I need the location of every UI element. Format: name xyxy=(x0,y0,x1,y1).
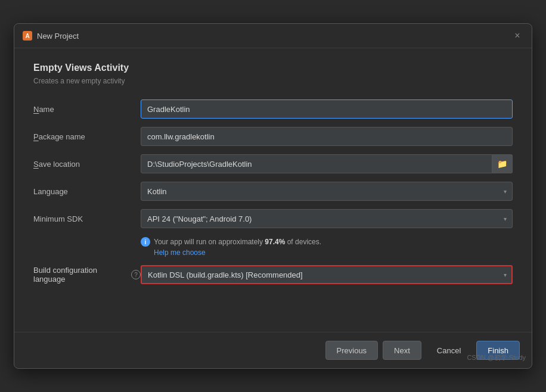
build-config-label: Build configuration language xyxy=(33,266,125,284)
min-sdk-select[interactable]: API 24 ("Nougat"; Android 7.0) API 21 ("… xyxy=(141,209,513,228)
android-logo-icon: A xyxy=(23,31,32,41)
cancel-button[interactable]: Cancel xyxy=(426,341,471,360)
build-config-help-icon[interactable]: ? xyxy=(131,270,141,279)
build-config-label-group: Build configuration language ? xyxy=(33,266,141,284)
dialog-footer: Previous Next Cancel Finish xyxy=(14,332,532,368)
help-me-choose-link[interactable]: Help me choose xyxy=(154,248,321,257)
next-button[interactable]: Next xyxy=(383,341,421,360)
info-icon: i xyxy=(141,237,150,247)
sdk-info-row: i Your app will run on approximately 97.… xyxy=(33,237,513,257)
language-label: Language xyxy=(33,187,141,196)
build-config-row: Build configuration language ? Kotlin DS… xyxy=(33,265,513,284)
package-input[interactable] xyxy=(141,127,513,146)
save-location-input[interactable] xyxy=(141,154,492,173)
package-label: Package name xyxy=(33,132,141,141)
new-project-dialog: A New Project × Empty Views Activity Cre… xyxy=(14,23,532,369)
name-label: Name xyxy=(33,105,141,114)
previous-button[interactable]: Previous xyxy=(325,341,379,360)
language-row: Language Kotlin Java ▾ xyxy=(33,182,513,201)
min-sdk-select-wrapper: API 24 ("Nougat"; Android 7.0) API 21 ("… xyxy=(141,209,513,228)
title-bar: A New Project × xyxy=(14,24,532,48)
language-select[interactable]: Kotlin Java xyxy=(141,182,513,201)
close-button[interactable]: × xyxy=(511,30,523,42)
dialog-content: Empty Views Activity Creates a new empty… xyxy=(14,48,532,332)
section-title: Empty Views Activity xyxy=(33,63,513,73)
folder-icon: 📁 xyxy=(497,159,507,169)
save-location-label: Save location xyxy=(33,160,141,169)
save-location-row: Save location 📁 xyxy=(33,154,513,173)
info-pre-text: Your app will run on approximately xyxy=(154,238,265,246)
dialog-title: New Project xyxy=(37,32,507,41)
save-location-field-group: 📁 xyxy=(141,154,513,173)
min-sdk-label: Minimum SDK xyxy=(33,214,141,223)
finish-button[interactable]: Finish xyxy=(476,341,520,360)
name-input[interactable] xyxy=(141,99,513,119)
min-sdk-row: Minimum SDK API 24 ("Nougat"; Android 7.… xyxy=(33,209,513,228)
build-config-select[interactable]: Kotlin DSL (build.gradle.kts) [Recommend… xyxy=(141,265,513,284)
info-post-text: of devices. xyxy=(285,238,321,246)
info-percentage: 97.4% xyxy=(265,238,285,246)
language-select-wrapper: Kotlin Java ▾ xyxy=(141,182,513,201)
build-config-select-wrapper: Kotlin DSL (build.gradle.kts) [Recommend… xyxy=(141,265,513,284)
sdk-info-text: Your app will run on approximately 97.4%… xyxy=(154,237,321,257)
package-row: Package name xyxy=(33,127,513,146)
section-subtitle: Creates a new empty activity xyxy=(33,77,513,85)
folder-browse-button[interactable]: 📁 xyxy=(492,154,513,173)
name-row: Name xyxy=(33,99,513,119)
